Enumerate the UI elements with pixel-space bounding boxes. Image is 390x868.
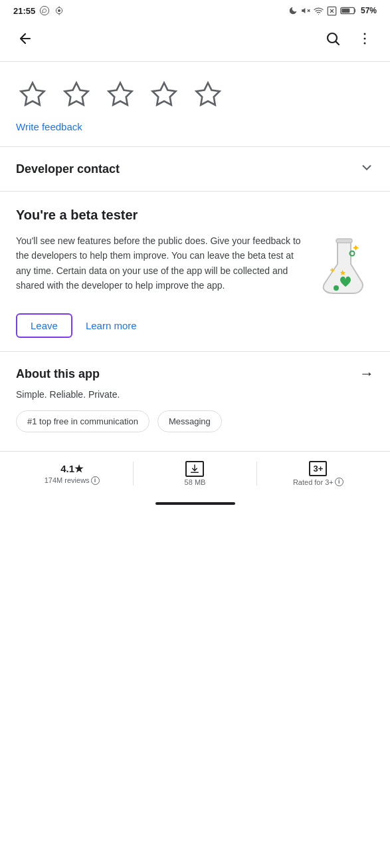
reviews-info-icon[interactable]: i bbox=[91, 476, 100, 485]
svg-point-8 bbox=[318, 13, 319, 14]
svg-point-16 bbox=[364, 38, 366, 40]
size-stat: 58 MB bbox=[134, 461, 256, 486]
tags-row: #1 top free in communication Messaging bbox=[16, 410, 374, 438]
time-display: 21:55 bbox=[13, 6, 35, 16]
svg-marker-20 bbox=[109, 83, 132, 105]
chevron-down-icon bbox=[359, 160, 374, 178]
beta-tester-actions: Leave Learn more bbox=[16, 313, 374, 338]
search-button[interactable] bbox=[318, 24, 347, 53]
download-icon bbox=[185, 461, 204, 477]
size-label: 58 MB bbox=[185, 478, 206, 486]
reviews-label: 174M reviews i bbox=[45, 476, 100, 485]
tag-top-free[interactable]: #1 top free in communication bbox=[16, 410, 149, 432]
svg-point-17 bbox=[364, 43, 366, 45]
leave-beta-button[interactable]: Leave bbox=[16, 313, 72, 338]
nav-bar bbox=[0, 20, 390, 62]
age-rating-box: 3+ bbox=[309, 461, 327, 476]
arrow-right-icon[interactable]: → bbox=[359, 365, 374, 382]
star-2-button[interactable] bbox=[60, 78, 93, 113]
age-stat: 3+ Rated for 3+ i bbox=[257, 461, 379, 486]
nav-right-actions bbox=[318, 24, 379, 53]
svg-marker-21 bbox=[153, 83, 176, 105]
about-app-description: Simple. Reliable. Private. bbox=[16, 389, 374, 400]
status-right-icons: 57% bbox=[288, 6, 377, 16]
write-feedback-link[interactable]: Write feedback bbox=[16, 121, 82, 132]
star-4-button[interactable] bbox=[147, 78, 181, 113]
rating-value: 4.1★ bbox=[60, 463, 83, 475]
beta-tester-content: You'll see new features before the publi… bbox=[16, 233, 374, 300]
write-feedback-section: Write feedback bbox=[0, 118, 390, 146]
battery-icon bbox=[340, 6, 357, 15]
about-app-section: About this app → Simple. Reliable. Priva… bbox=[0, 352, 390, 446]
mute-icon bbox=[301, 6, 310, 15]
beta-illustration bbox=[314, 233, 374, 300]
focus-icon bbox=[54, 5, 64, 16]
rating-stat: 4.1★ 174M reviews i bbox=[11, 463, 133, 485]
rating-stars-section bbox=[0, 62, 390, 118]
svg-marker-22 bbox=[197, 83, 220, 105]
developer-contact-title: Developer contact bbox=[16, 162, 120, 176]
age-info-icon[interactable]: i bbox=[335, 478, 343, 486]
star-3-button[interactable] bbox=[104, 78, 137, 113]
star-5-button[interactable] bbox=[191, 78, 225, 113]
reviews-count: 174M reviews bbox=[45, 476, 90, 484]
home-indicator bbox=[0, 496, 390, 509]
status-time: 21:55 bbox=[13, 5, 64, 16]
beta-tester-description: You'll see new features before the publi… bbox=[16, 233, 304, 293]
svg-point-15 bbox=[364, 33, 366, 35]
svg-marker-18 bbox=[21, 83, 45, 105]
age-label: Rated for 3+ i bbox=[293, 478, 343, 486]
svg-rect-23 bbox=[336, 239, 352, 243]
svg-point-1 bbox=[58, 9, 60, 12]
x-box-icon bbox=[327, 6, 337, 16]
svg-point-0 bbox=[41, 6, 49, 15]
about-app-header: About this app → bbox=[16, 365, 374, 382]
about-app-title: About this app bbox=[16, 367, 100, 381]
age-value: 3+ bbox=[309, 461, 327, 476]
tag-messaging[interactable]: Messaging bbox=[157, 410, 222, 432]
size-value bbox=[185, 461, 204, 477]
star-1-button[interactable] bbox=[16, 78, 49, 113]
home-bar bbox=[155, 502, 235, 505]
svg-rect-13 bbox=[341, 9, 349, 13]
svg-point-25 bbox=[334, 285, 339, 291]
rated-text: Rated for 3+ bbox=[293, 478, 334, 486]
wifi-icon bbox=[314, 6, 324, 16]
learn-more-button[interactable]: Learn more bbox=[86, 320, 137, 331]
beta-tester-title: You're a beta tester bbox=[16, 208, 374, 223]
svg-marker-19 bbox=[65, 83, 88, 105]
beta-tester-section: You're a beta tester You'll see new feat… bbox=[0, 192, 390, 351]
whatsapp-icon bbox=[39, 5, 50, 16]
battery-percent: 57% bbox=[361, 6, 377, 15]
size-text: 58 MB bbox=[185, 478, 206, 486]
more-options-button[interactable] bbox=[350, 24, 379, 53]
moon-icon bbox=[288, 6, 298, 15]
rating-number: 4.1★ bbox=[60, 463, 83, 475]
developer-contact-header[interactable]: Developer contact bbox=[0, 147, 390, 191]
svg-marker-5 bbox=[302, 8, 305, 13]
back-button[interactable] bbox=[11, 24, 40, 53]
bottom-stats-bar: 4.1★ 174M reviews i 58 MB 3+ Rated for 3… bbox=[0, 451, 390, 496]
status-bar: 21:55 bbox=[0, 0, 390, 20]
